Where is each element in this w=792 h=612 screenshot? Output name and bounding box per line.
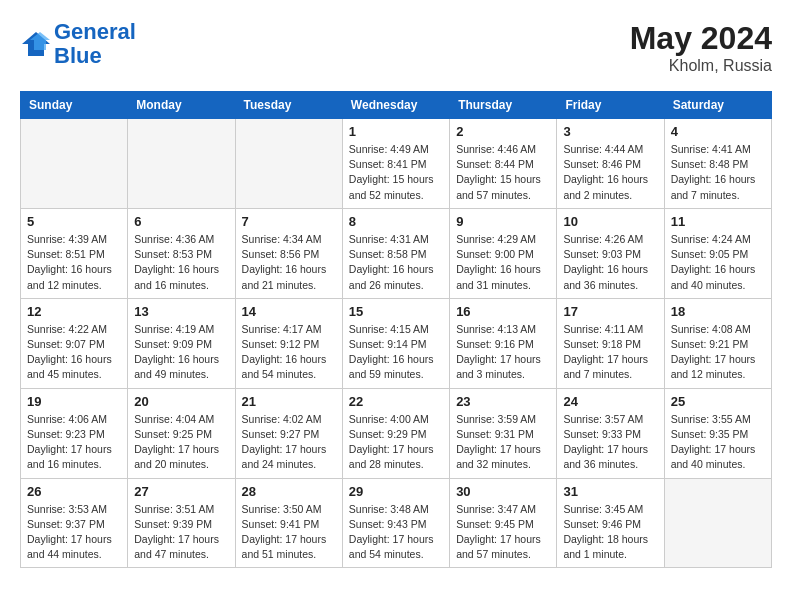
calendar-cell: 7Sunrise: 4:34 AMSunset: 8:56 PMDaylight…	[235, 208, 342, 298]
day-info: Sunrise: 3:53 AMSunset: 9:37 PMDaylight:…	[27, 502, 121, 563]
page-header: General Blue May 2024 Kholm, Russia	[20, 20, 772, 75]
calendar-cell: 26Sunrise: 3:53 AMSunset: 9:37 PMDayligh…	[21, 478, 128, 568]
day-number: 1	[349, 124, 443, 139]
calendar: SundayMondayTuesdayWednesdayThursdayFrid…	[20, 91, 772, 568]
calendar-cell: 14Sunrise: 4:17 AMSunset: 9:12 PMDayligh…	[235, 298, 342, 388]
calendar-cell	[664, 478, 771, 568]
day-info: Sunrise: 4:22 AMSunset: 9:07 PMDaylight:…	[27, 322, 121, 383]
day-info: Sunrise: 4:34 AMSunset: 8:56 PMDaylight:…	[242, 232, 336, 293]
calendar-cell: 5Sunrise: 4:39 AMSunset: 8:51 PMDaylight…	[21, 208, 128, 298]
day-number: 4	[671, 124, 765, 139]
calendar-cell: 17Sunrise: 4:11 AMSunset: 9:18 PMDayligh…	[557, 298, 664, 388]
day-info: Sunrise: 4:44 AMSunset: 8:46 PMDaylight:…	[563, 142, 657, 203]
day-number: 3	[563, 124, 657, 139]
title-block: May 2024 Kholm, Russia	[630, 20, 772, 75]
day-number: 18	[671, 304, 765, 319]
day-number: 10	[563, 214, 657, 229]
calendar-cell: 31Sunrise: 3:45 AMSunset: 9:46 PMDayligh…	[557, 478, 664, 568]
day-info: Sunrise: 3:50 AMSunset: 9:41 PMDaylight:…	[242, 502, 336, 563]
month-year: May 2024	[630, 20, 772, 57]
calendar-cell	[21, 119, 128, 209]
day-info: Sunrise: 4:36 AMSunset: 8:53 PMDaylight:…	[134, 232, 228, 293]
location: Kholm, Russia	[630, 57, 772, 75]
weekday-header: Tuesday	[235, 92, 342, 119]
calendar-cell: 13Sunrise: 4:19 AMSunset: 9:09 PMDayligh…	[128, 298, 235, 388]
calendar-cell: 10Sunrise: 4:26 AMSunset: 9:03 PMDayligh…	[557, 208, 664, 298]
day-number: 26	[27, 484, 121, 499]
day-number: 8	[349, 214, 443, 229]
calendar-cell: 15Sunrise: 4:15 AMSunset: 9:14 PMDayligh…	[342, 298, 449, 388]
day-number: 13	[134, 304, 228, 319]
day-info: Sunrise: 4:13 AMSunset: 9:16 PMDaylight:…	[456, 322, 550, 383]
calendar-cell: 27Sunrise: 3:51 AMSunset: 9:39 PMDayligh…	[128, 478, 235, 568]
day-info: Sunrise: 4:46 AMSunset: 8:44 PMDaylight:…	[456, 142, 550, 203]
calendar-cell: 18Sunrise: 4:08 AMSunset: 9:21 PMDayligh…	[664, 298, 771, 388]
day-info: Sunrise: 4:04 AMSunset: 9:25 PMDaylight:…	[134, 412, 228, 473]
day-number: 7	[242, 214, 336, 229]
calendar-header-row: SundayMondayTuesdayWednesdayThursdayFrid…	[21, 92, 772, 119]
weekday-header: Friday	[557, 92, 664, 119]
day-number: 29	[349, 484, 443, 499]
calendar-cell: 11Sunrise: 4:24 AMSunset: 9:05 PMDayligh…	[664, 208, 771, 298]
day-info: Sunrise: 4:24 AMSunset: 9:05 PMDaylight:…	[671, 232, 765, 293]
day-number: 24	[563, 394, 657, 409]
logo-icon	[20, 30, 52, 58]
day-info: Sunrise: 4:39 AMSunset: 8:51 PMDaylight:…	[27, 232, 121, 293]
day-number: 25	[671, 394, 765, 409]
day-info: Sunrise: 4:02 AMSunset: 9:27 PMDaylight:…	[242, 412, 336, 473]
calendar-cell	[235, 119, 342, 209]
day-number: 23	[456, 394, 550, 409]
calendar-week-row: 5Sunrise: 4:39 AMSunset: 8:51 PMDaylight…	[21, 208, 772, 298]
weekday-header: Wednesday	[342, 92, 449, 119]
day-number: 28	[242, 484, 336, 499]
day-number: 22	[349, 394, 443, 409]
day-info: Sunrise: 4:00 AMSunset: 9:29 PMDaylight:…	[349, 412, 443, 473]
calendar-cell: 12Sunrise: 4:22 AMSunset: 9:07 PMDayligh…	[21, 298, 128, 388]
calendar-cell: 22Sunrise: 4:00 AMSunset: 9:29 PMDayligh…	[342, 388, 449, 478]
calendar-cell: 19Sunrise: 4:06 AMSunset: 9:23 PMDayligh…	[21, 388, 128, 478]
day-info: Sunrise: 3:45 AMSunset: 9:46 PMDaylight:…	[563, 502, 657, 563]
day-info: Sunrise: 4:11 AMSunset: 9:18 PMDaylight:…	[563, 322, 657, 383]
calendar-cell: 6Sunrise: 4:36 AMSunset: 8:53 PMDaylight…	[128, 208, 235, 298]
day-info: Sunrise: 3:51 AMSunset: 9:39 PMDaylight:…	[134, 502, 228, 563]
calendar-cell: 16Sunrise: 4:13 AMSunset: 9:16 PMDayligh…	[450, 298, 557, 388]
weekday-header: Thursday	[450, 92, 557, 119]
day-number: 14	[242, 304, 336, 319]
weekday-header: Saturday	[664, 92, 771, 119]
weekday-header: Sunday	[21, 92, 128, 119]
day-number: 9	[456, 214, 550, 229]
calendar-cell: 3Sunrise: 4:44 AMSunset: 8:46 PMDaylight…	[557, 119, 664, 209]
day-number: 31	[563, 484, 657, 499]
calendar-body: 1Sunrise: 4:49 AMSunset: 8:41 PMDaylight…	[21, 119, 772, 568]
day-info: Sunrise: 4:26 AMSunset: 9:03 PMDaylight:…	[563, 232, 657, 293]
day-info: Sunrise: 4:41 AMSunset: 8:48 PMDaylight:…	[671, 142, 765, 203]
day-info: Sunrise: 4:19 AMSunset: 9:09 PMDaylight:…	[134, 322, 228, 383]
calendar-cell: 30Sunrise: 3:47 AMSunset: 9:45 PMDayligh…	[450, 478, 557, 568]
calendar-cell: 29Sunrise: 3:48 AMSunset: 9:43 PMDayligh…	[342, 478, 449, 568]
day-number: 20	[134, 394, 228, 409]
weekday-header: Monday	[128, 92, 235, 119]
calendar-cell	[128, 119, 235, 209]
day-number: 16	[456, 304, 550, 319]
day-number: 17	[563, 304, 657, 319]
day-number: 12	[27, 304, 121, 319]
day-info: Sunrise: 3:59 AMSunset: 9:31 PMDaylight:…	[456, 412, 550, 473]
logo: General Blue	[20, 20, 136, 68]
calendar-cell: 2Sunrise: 4:46 AMSunset: 8:44 PMDaylight…	[450, 119, 557, 209]
day-number: 19	[27, 394, 121, 409]
day-info: Sunrise: 4:06 AMSunset: 9:23 PMDaylight:…	[27, 412, 121, 473]
calendar-cell: 21Sunrise: 4:02 AMSunset: 9:27 PMDayligh…	[235, 388, 342, 478]
calendar-week-row: 26Sunrise: 3:53 AMSunset: 9:37 PMDayligh…	[21, 478, 772, 568]
day-number: 27	[134, 484, 228, 499]
day-number: 6	[134, 214, 228, 229]
day-number: 5	[27, 214, 121, 229]
day-info: Sunrise: 4:15 AMSunset: 9:14 PMDaylight:…	[349, 322, 443, 383]
calendar-week-row: 19Sunrise: 4:06 AMSunset: 9:23 PMDayligh…	[21, 388, 772, 478]
day-number: 21	[242, 394, 336, 409]
calendar-cell: 28Sunrise: 3:50 AMSunset: 9:41 PMDayligh…	[235, 478, 342, 568]
day-number: 30	[456, 484, 550, 499]
calendar-cell: 20Sunrise: 4:04 AMSunset: 9:25 PMDayligh…	[128, 388, 235, 478]
calendar-cell: 1Sunrise: 4:49 AMSunset: 8:41 PMDaylight…	[342, 119, 449, 209]
calendar-cell: 24Sunrise: 3:57 AMSunset: 9:33 PMDayligh…	[557, 388, 664, 478]
calendar-cell: 8Sunrise: 4:31 AMSunset: 8:58 PMDaylight…	[342, 208, 449, 298]
